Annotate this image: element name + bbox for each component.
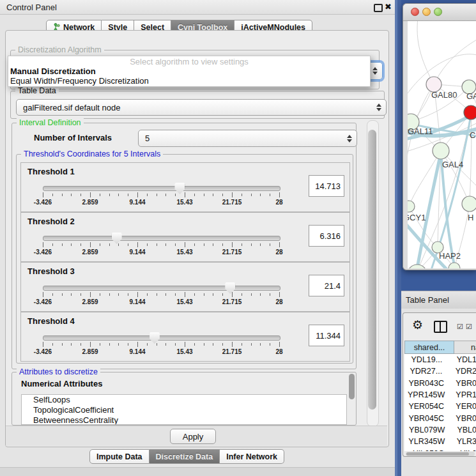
node-partial-bottom[interactable] [449, 263, 460, 268]
group-title: Interval Definition [17, 118, 84, 127]
slider-axis-labels: -3.4262.8599.14415.4321.71528 [43, 348, 279, 356]
table-data-combobox[interactable]: galFiltered.sif default node [16, 99, 387, 116]
node-gcy1[interactable] [408, 201, 415, 212]
slider-ticks [43, 292, 279, 298]
table-toolbar: ⚙ ☑ ☑ [403, 313, 476, 339]
panel-title: Control Panel [6, 3, 57, 12]
numerical-attributes-label: Numerical Attributes [21, 379, 102, 388]
close-traffic-light-icon[interactable] [411, 8, 419, 16]
network-window-titlebar [403, 4, 476, 21]
algorithm-dropdown-popup: Select algorithm to view settings Manual… [8, 56, 371, 87]
table-row[interactable]: YBL079WYBL0 [404, 424, 476, 436]
columns-icon[interactable] [434, 321, 447, 333]
slider-axis-labels: -3.4262.8599.14415.4321.71528 [43, 249, 279, 256]
threshold-row-3: Threshold 3 -3.4262.8599.14415.4321.7152… [20, 262, 350, 312]
table-data-group: Table Data galFiltered.sif default node [10, 91, 385, 119]
list-item[interactable]: SelfLoops [22, 395, 346, 405]
network-canvas[interactable]: GAL80 GA C GAL11 GAL4 GCY1 H HAP2 [408, 21, 476, 268]
bottom-strip [0, 467, 395, 476]
node-gal4[interactable] [433, 142, 449, 159]
tab-infer-network[interactable]: Infer Network [220, 449, 284, 464]
float-window-icon[interactable] [374, 4, 383, 12]
slider-ticks [43, 342, 279, 348]
table-row[interactable]: YER054CYER0 [404, 401, 476, 412]
node-label: GCY1 [408, 213, 426, 222]
threshold-slider[interactable] [43, 236, 280, 241]
checkbox-icon[interactable]: ☑ [457, 323, 463, 331]
node-label: GA [466, 91, 476, 101]
column-header-name[interactable]: na [454, 341, 476, 354]
panel-scrollbar-thumb[interactable] [368, 130, 376, 410]
threshold-slider[interactable] [43, 286, 280, 291]
close-icon[interactable]: ✖ [385, 2, 392, 12]
zoom-traffic-light-icon[interactable] [434, 8, 442, 16]
node-label: GAL80 [431, 90, 457, 100]
node-label: GAL11 [408, 127, 433, 136]
slider-ticks [43, 192, 279, 198]
list-scrollbar[interactable] [349, 374, 355, 399]
slider-axis-labels: -3.4262.8599.14415.4321.71528 [43, 199, 279, 206]
node-selected-red[interactable] [464, 105, 476, 119]
table-panel-title: Table Panel [406, 295, 449, 305]
threshold-row-4: Threshold 4 -3.4262.8599.14415.4321.7152… [20, 312, 350, 362]
table-row[interactable]: YBR043CYBR0 [404, 378, 476, 389]
group-title: Attributes to discretize [17, 367, 100, 376]
horizontal-scrollbar-thumb[interactable] [406, 452, 469, 456]
combo-arrows-icon [372, 63, 378, 79]
table-row[interactable]: YIL052CYIL0 [404, 447, 476, 451]
node-partial-bottom-left[interactable] [408, 265, 427, 268]
group-title: Discretization Algorithm [15, 45, 104, 54]
node-label: H [468, 213, 473, 222]
algorithm-popup-options: Manual DiscretizationEqual Width/Frequen… [8, 66, 370, 86]
column-header-shared-name[interactable]: shared... [404, 341, 454, 354]
table-row[interactable]: YPR145WYPR1 [404, 389, 476, 401]
threshold-label: Threshold 3 [27, 266, 75, 276]
gear-icon[interactable]: ⚙ [412, 319, 423, 331]
list-item[interactable]: TopologicalCoefficient [22, 405, 346, 415]
threshold-value-field[interactable]: 11.344 [309, 325, 344, 346]
table-header: shared... na [404, 341, 476, 354]
popup-option[interactable]: Equal Width/Frequency Discretization [8, 76, 370, 86]
threshold-value-field[interactable]: 21.4 [309, 275, 344, 296]
threshold-value-field[interactable]: 14.713 [309, 175, 344, 197]
tab-label: Infer Network [226, 452, 277, 461]
slider-ticks [43, 242, 279, 248]
interval-definition-group: Interval Definition Number of Intervals … [12, 123, 357, 369]
threshold-value-field[interactable]: 6.316 [309, 225, 344, 247]
numerical-attributes-list[interactable]: SelfLoopsTopologicalCoefficientBetweenne… [21, 394, 347, 425]
control-panel-titlebar: Control Panel ✖ [0, 0, 395, 15]
threshold-row-1: Threshold 1 -3.4262.8599.14415.4321.7152… [20, 162, 350, 212]
node-label: HAP2 [439, 251, 461, 261]
popup-option[interactable]: Manual Discretization [8, 66, 370, 76]
table-panel-region: ⚙ ☑ ☑ shared... na YDL19...YDL1YDR27...Y… [401, 309, 476, 476]
apply-button[interactable]: Apply [170, 429, 216, 444]
node-h[interactable] [462, 196, 476, 211]
thresholds-group: Threshold's Coordinates for 5 Intervals … [16, 154, 353, 364]
table-row[interactable]: YDR27...YDR2 [404, 365, 476, 377]
tab-impute-data[interactable]: Impute Data [89, 449, 150, 464]
table-row[interactable]: YBR045CYBR0 [404, 412, 476, 424]
combo-value: galFiltered.sif default node [23, 103, 120, 112]
threshold-label: Threshold 2 [27, 217, 75, 226]
combo-value: 5 [145, 134, 150, 143]
list-item[interactable]: BetweennessCentrality [22, 415, 346, 425]
checkbox-icon[interactable]: ☑ [466, 323, 472, 331]
node-table-rows: YDL19...YDL1YDR27...YDR2YBR043CYBR0YPR14… [404, 354, 476, 451]
table-panel-bar: Table Panel [401, 291, 476, 310]
minimize-traffic-light-icon[interactable] [422, 8, 431, 16]
attributes-group: Attributes to discretize Numerical Attri… [12, 372, 357, 426]
threshold-slider[interactable] [43, 186, 280, 191]
node-label: C [470, 130, 475, 140]
combo-arrows-icon [376, 100, 381, 115]
tab-label: Discretize Data [156, 452, 213, 461]
group-title: Table Data [15, 86, 59, 95]
network-window: GAL80 GA C GAL11 GAL4 GCY1 H HAP2 [403, 3, 476, 270]
tab-label: Impute Data [96, 452, 142, 461]
slider-axis-labels: -3.4262.8599.14415.4321.71528 [43, 298, 279, 306]
number-of-intervals-label: Number of Intervals [34, 133, 112, 142]
threshold-slider[interactable] [43, 335, 280, 341]
tab-discretize-data[interactable]: Discretize Data [150, 449, 220, 464]
number-of-intervals-combobox[interactable]: 5 [138, 130, 357, 147]
table-row[interactable]: YLR345WYLR3 [404, 436, 476, 447]
table-row[interactable]: YDL19...YDL1 [404, 354, 476, 365]
